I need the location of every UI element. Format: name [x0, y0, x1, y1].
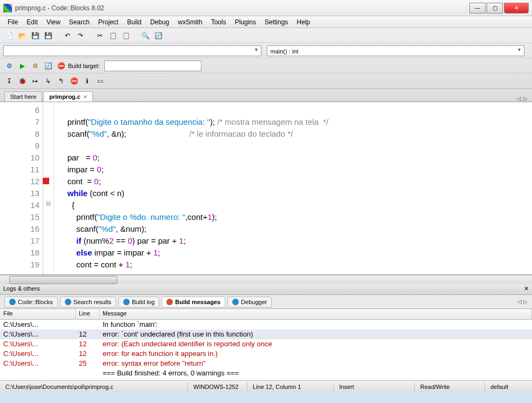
log-tab[interactable]: Search results — [60, 297, 116, 307]
logs-close-icon[interactable]: ✕ — [524, 285, 529, 293]
log-tab[interactable]: Build log — [118, 297, 159, 307]
log-row[interactable]: C:\Users\...12error: (Each undeclared id… — [0, 339, 532, 349]
run-icon[interactable]: ▶ — [16, 60, 28, 72]
build-run-icon[interactable]: ⚙ — [29, 60, 41, 72]
paste-icon[interactable]: 📋 — [120, 30, 132, 42]
undo-icon[interactable]: ↶ — [62, 30, 73, 42]
menu-settings[interactable]: Settings — [260, 17, 292, 27]
menu-build[interactable]: Build — [123, 17, 146, 27]
code-line[interactable]: if (num%2 == 0) par = par + 1; — [58, 235, 528, 247]
code-line[interactable]: while (cont < n) — [58, 187, 528, 199]
line-number: 14 — [3, 199, 39, 211]
code-line[interactable]: printf("Digite o %do. numero: ",cont+1); — [58, 211, 528, 223]
menu-search[interactable]: Search — [65, 17, 94, 27]
menu-debug[interactable]: Debug — [146, 17, 173, 27]
log-tab-icon — [232, 299, 239, 305]
log-tab-back-icon[interactable]: ◁ — [517, 299, 522, 305]
menu-edit[interactable]: Edit — [22, 17, 42, 27]
code-editor[interactable]: 678910111213141516171819 ⊟ printf("Digit… — [0, 102, 532, 275]
maximize-button[interactable]: ▢ — [487, 3, 503, 14]
editor-scrollbar-h[interactable] — [0, 275, 532, 284]
save-all-icon[interactable]: 💾 — [42, 30, 54, 42]
doc-tab[interactable]: Start here — [4, 91, 42, 102]
open-icon[interactable]: 📂 — [16, 30, 28, 42]
menu-file[interactable]: File — [3, 17, 22, 27]
build-icon[interactable]: ⚙ — [3, 60, 15, 72]
save-icon[interactable]: 💾 — [29, 30, 41, 42]
debug-out-icon[interactable]: ↰ — [55, 75, 67, 87]
fold-marker[interactable]: ⊟ — [43, 197, 53, 209]
code-line[interactable] — [58, 140, 528, 152]
log-row[interactable]: C:\Users\...25error: syntax error before… — [0, 359, 532, 368]
code-line[interactable] — [58, 104, 528, 116]
code-line[interactable]: scanf("%d", &n); /* le informacao do tec… — [58, 128, 528, 140]
debug-info-icon[interactable]: ℹ — [81, 75, 93, 87]
close-button[interactable]: ✕ — [504, 3, 529, 14]
abort-icon[interactable]: ⛔ — [55, 60, 67, 72]
cut-icon[interactable]: ✂ — [94, 30, 106, 42]
debug-stop-icon[interactable]: ⛔ — [68, 75, 80, 87]
rebuild-icon[interactable]: 🔄 — [42, 60, 54, 72]
debug-win-icon[interactable]: ▭ — [94, 75, 106, 87]
log-row[interactable]: C:\Users\...In function `main': — [0, 320, 532, 330]
code-line[interactable]: cont = 0; — [58, 176, 528, 187]
copy-icon[interactable]: 📋 — [107, 30, 119, 42]
code-line[interactable]: scanf("%d", &num); — [58, 223, 528, 235]
document-tab-bar: Start hereprimprog.c× ◁ ▷ — [0, 89, 532, 102]
breakpoint-marker[interactable] — [43, 178, 49, 184]
code-area[interactable]: printf("Digite o tamanho da sequencia: "… — [54, 102, 532, 274]
log-tab[interactable]: Code::Blocks — [4, 297, 58, 307]
fold-marker — [43, 138, 53, 150]
log-tab-icon — [9, 299, 16, 305]
menu-view[interactable]: View — [42, 17, 65, 27]
line-number: 19 — [3, 259, 39, 271]
tab-nav: ◁ ▷ — [517, 96, 528, 102]
code-line[interactable]: cont = cont + 1; — [58, 259, 528, 271]
log-body[interactable]: C:\Users\...In function `main':C:\Users\… — [0, 320, 532, 380]
line-number: 18 — [3, 247, 39, 259]
code-line[interactable]: { — [58, 199, 528, 211]
log-tab[interactable]: Build messages — [161, 297, 225, 307]
tab-close-icon[interactable]: × — [84, 93, 87, 100]
log-row[interactable]: C:\Users\...12error: `cont' undeclared (… — [0, 330, 532, 339]
fold-column: ⊟ — [43, 102, 54, 274]
status-bar: C:\Users\jose\Documents\poli\primprog.c … — [0, 380, 532, 392]
find-icon[interactable]: 🔍 — [139, 30, 151, 42]
new-file-icon[interactable]: 📄 — [3, 30, 15, 42]
minimize-button[interactable]: — — [469, 3, 486, 14]
menu-tools[interactable]: Tools — [207, 17, 231, 27]
tab-fwd-icon[interactable]: ▷ — [523, 96, 528, 102]
build-target-select[interactable] — [104, 61, 201, 71]
line-number: 16 — [3, 223, 39, 235]
debug-step-icon[interactable]: ↧ — [3, 75, 15, 87]
log-tab-fwd-icon[interactable]: ▷ — [523, 299, 528, 305]
logs-title: Logs & others — [3, 285, 40, 293]
debug-icon[interactable]: 🐞 — [16, 75, 28, 87]
menu-help[interactable]: Help — [292, 17, 314, 27]
menu-wxsmith[interactable]: wxSmith — [173, 17, 206, 27]
redo-icon[interactable]: ↷ — [75, 30, 86, 42]
menu-project[interactable]: Project — [94, 17, 123, 27]
tab-back-icon[interactable]: ◁ — [517, 96, 521, 102]
fold-marker — [43, 257, 53, 268]
log-row[interactable]: === Build finished: 4 errors, 0 warnings… — [0, 368, 532, 378]
code-line[interactable]: printf("Digite o tamanho da sequencia: "… — [58, 116, 528, 128]
log-col-file[interactable]: File — [0, 309, 76, 319]
code-line[interactable]: else impar = impar + 1; — [58, 247, 528, 259]
log-tab[interactable]: Debugger — [227, 297, 272, 307]
log-col-message[interactable]: Message — [99, 309, 532, 319]
code-line[interactable]: par = 0; — [58, 152, 528, 164]
left-dropdown[interactable]: ▾ — [3, 45, 261, 56]
scrollbar-thumb[interactable] — [9, 276, 117, 284]
log-row[interactable]: C:\Users\...12error: for each function i… — [0, 349, 532, 359]
log-columns: File Line Message — [0, 309, 532, 320]
menu-plugins[interactable]: Plugins — [231, 17, 260, 27]
debug-next-icon[interactable]: ↦ — [29, 75, 41, 87]
doc-tab[interactable]: primprog.c× — [43, 91, 93, 102]
line-number: 10 — [3, 152, 39, 164]
replace-icon[interactable]: 🔃 — [152, 30, 164, 42]
log-col-line[interactable]: Line — [76, 309, 99, 319]
code-line[interactable]: impar = 0; — [58, 164, 528, 176]
debug-into-icon[interactable]: ↳ — [42, 75, 54, 87]
symbol-dropdown[interactable]: main() : int▾ — [267, 45, 525, 56]
